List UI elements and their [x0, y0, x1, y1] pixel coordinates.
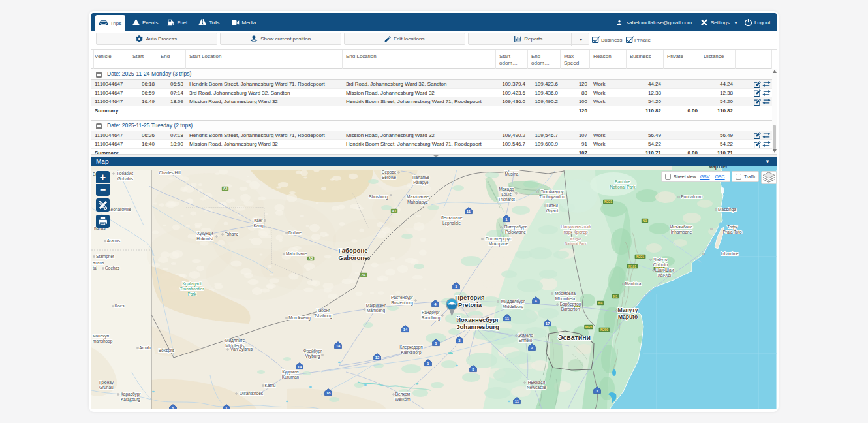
svg-text:Клерксдорп: Клерксдорп [399, 345, 423, 350]
svg-text:Растенбург: Растенбург [391, 295, 413, 300]
svg-text:Klerksdorp: Klerksdorp [401, 350, 421, 355]
svg-text:Mokopane: Mokopane [489, 242, 509, 247]
svg-text:мансхуп: мансхуп [93, 334, 109, 339]
svg-text:12: 12 [375, 356, 380, 360]
svg-text:Bokspits: Bokspits [159, 348, 175, 353]
svg-text:N200: N200 [600, 328, 608, 332]
svg-text:Тофу: Тофу [727, 225, 737, 230]
svg-text:Musina: Musina [505, 172, 519, 176]
svg-text:Mabutsane: Mabutsane [286, 251, 307, 256]
svg-text:Vryburg: Vryburg [305, 354, 320, 359]
svg-text:Национальный: Национальный [561, 225, 591, 230]
svg-text:Polokwane: Polokwane [505, 230, 526, 234]
svg-text:Van Zylsrus: Van Zylsrus [230, 347, 253, 352]
svg-text:Tshabong: Tshabong [314, 313, 333, 319]
svg-text:Aroab: Aroab [139, 345, 151, 350]
svg-text:Карасбург: Карасбург [121, 392, 141, 397]
svg-text:Serowe: Serowe [382, 175, 396, 180]
svg-text:Grunau: Grunau [99, 385, 114, 390]
svg-text:A2: A2 [223, 187, 228, 191]
svg-text:Xai-Xai: Xai-Xai [658, 273, 672, 277]
svg-text:17: 17 [546, 322, 550, 326]
svg-text:Welkom: Welkom [395, 397, 410, 401]
svg-text:Макадо: Макадо [499, 187, 514, 192]
svg-text:tal: tal [93, 266, 97, 270]
svg-text:A1: A1 [392, 209, 397, 213]
svg-text:Newcastle: Newcastle [527, 385, 546, 390]
svg-text:Канг: Канг [254, 218, 263, 223]
svg-text:N101: N101 [628, 264, 636, 268]
svg-text:Morokweng: Morokweng [288, 315, 311, 321]
svg-text:Kgalagadi: Kgalagadi [183, 281, 202, 287]
svg-text:Эсватини: Эсватини [558, 334, 591, 341]
svg-text:N221: N221 [604, 200, 612, 204]
svg-text:Палапье: Палапье [412, 175, 430, 180]
svg-text:Ermelo: Ermelo [519, 338, 533, 343]
svg-text:Мафикенг: Мафикенг [366, 303, 386, 308]
svg-text:Shoshong: Shoshong [369, 195, 388, 200]
svg-text:Mahikeng: Mahikeng [367, 308, 386, 313]
svg-text:Потгитерсрус: Потгитерсрус [486, 236, 512, 242]
svg-text:Manhica: Manhica [625, 281, 642, 286]
svg-text:Инъямбане: Инъямбане [670, 225, 693, 229]
svg-text:Middelburg: Middelburg [503, 304, 524, 309]
svg-text:14: 14 [336, 344, 341, 348]
svg-text:Габороне: Габороне [339, 247, 368, 254]
svg-text:Leonardville: Leonardville [108, 207, 131, 212]
svg-text:Aranos: Aranos [107, 238, 121, 243]
svg-text:Louis: Louis [501, 192, 512, 196]
svg-text:Мбомбела: Мбомбела [555, 291, 576, 296]
svg-text:Рандбург: Рандбург [422, 310, 440, 315]
svg-text:Park: Park [187, 292, 196, 296]
svg-text:Ньюкасл: Ньюкасл [528, 380, 546, 384]
svg-text:Kathu: Kathu [265, 383, 276, 388]
svg-text:Претория: Претория [455, 294, 484, 301]
svg-text:Funhalouro: Funhalouro [681, 195, 703, 199]
svg-text:Грюнау: Грюнау [99, 380, 114, 385]
svg-text:A1: A1 [362, 273, 366, 277]
svg-text:National Park: National Park [565, 242, 586, 245]
svg-text:Гияни: Гияни [546, 203, 558, 208]
svg-text:Giyani: Giyani [546, 208, 558, 213]
svg-text:Koes: Koes [115, 304, 125, 308]
svg-text:Johannesburg: Johannesburg [456, 323, 499, 330]
svg-text:Rustenburg: Rustenburg [391, 300, 413, 306]
svg-text:Мидлпитс: Мидлпитс [225, 338, 245, 343]
svg-text:Kang: Kang [253, 223, 264, 228]
svg-text:Praia Tofo: Praia Tofo [722, 230, 742, 234]
svg-text:A2: A2 [309, 257, 313, 260]
svg-text:N1: N1 [643, 219, 647, 223]
svg-text:Gochas: Gochas [105, 266, 120, 270]
svg-text:Мидделбург: Мидделбург [501, 299, 525, 304]
svg-text:Хукунци: Хукунци [197, 231, 213, 236]
svg-text:Gobabis: Gobabis [117, 176, 134, 181]
svg-text:Тохойандоу: Тохойандоу [540, 189, 564, 195]
svg-text:N221: N221 [636, 255, 644, 258]
svg-text:Karasburg: Karasburg [121, 397, 140, 402]
svg-text:Эрмело: Эрмело [518, 333, 533, 338]
svg-text:Gaborone: Gaborone [339, 254, 368, 261]
svg-text:Olifantshoek: Olifantshoek [240, 391, 264, 396]
svg-text:Питерсбург: Питерсбург [504, 225, 527, 230]
svg-text:Transfrontier: Transfrontier [180, 287, 204, 291]
svg-text:Велком: Велком [395, 392, 411, 396]
svg-text:Trichardt: Trichardt [498, 197, 515, 202]
svg-text:Чибуто: Чибуто [653, 257, 668, 262]
svg-text:Palapye: Palapye [413, 180, 429, 185]
svg-text:Шаи-Шаи: Шаи-Шаи [655, 268, 674, 272]
svg-text:Pretoria: Pretoria [458, 301, 482, 308]
svg-text:Гобабис: Гобабис [117, 171, 134, 176]
svg-text:Stampriet: Stampriet [96, 254, 114, 259]
svg-text:14: 14 [298, 365, 302, 369]
svg-text:Dutlwe: Dutlwe [288, 230, 302, 235]
svg-text:Thohoyandou: Thohoyandou [539, 195, 565, 200]
svg-text:Chibuto: Chibuto [653, 262, 668, 267]
svg-text:Mbombela: Mbombela [555, 296, 576, 301]
svg-text:Барбертон: Барбертон [560, 302, 581, 307]
svg-text:Йоханнесбург: Йоханнесбург [456, 316, 499, 323]
svg-text:14: 14 [403, 328, 408, 332]
svg-text:Barberton: Barberton [561, 307, 580, 311]
svg-text:Massinga: Massinga [718, 207, 736, 212]
svg-text:Randburg: Randburg [422, 315, 441, 321]
svg-text:Чабонг: Чабонг [316, 308, 330, 313]
